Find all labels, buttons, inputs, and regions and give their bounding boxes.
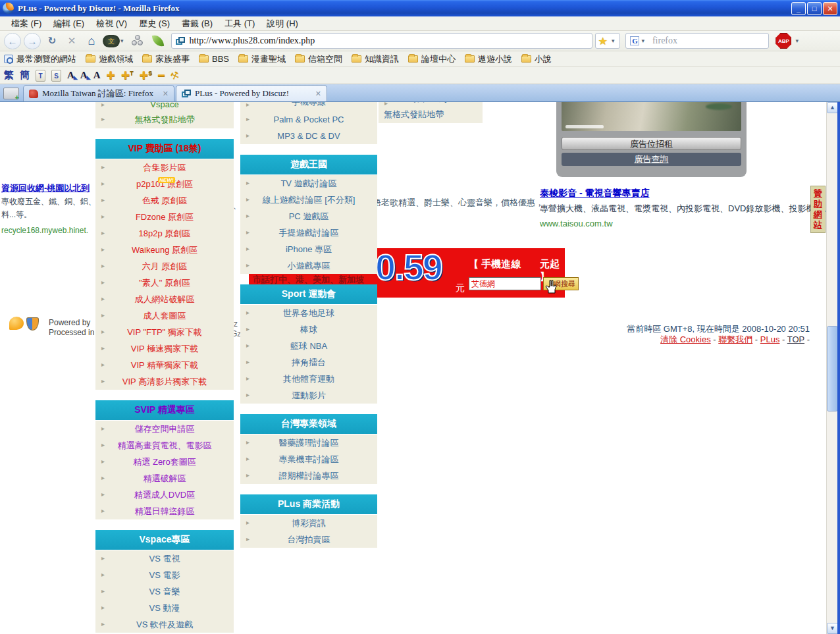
forum-link[interactable]: ▸TV 遊戲討論區	[240, 175, 377, 192]
bookmark-dropdown-caret[interactable]: ▾	[612, 38, 615, 44]
leaf-extension-icon[interactable]	[151, 34, 163, 47]
section-header[interactable]: VIP 費助區 (18禁)	[95, 139, 234, 159]
forum-link[interactable]: ▸VS 電影	[95, 567, 234, 583]
forum-link[interactable]: ▸無格式發貼地帶	[95, 111, 234, 128]
forum-link[interactable]: ▸精選高畫質電視、電影區	[95, 437, 234, 454]
forum-link[interactable]: 無格式發貼地帶	[379, 106, 483, 123]
forum-link[interactable]: ▸精選成人DVD區	[95, 487, 234, 503]
reload-button[interactable]: ↻	[43, 33, 61, 49]
add-trad-rule-button[interactable]: ✚T	[121, 69, 134, 82]
simplified-chinese-button[interactable]: 簡	[20, 69, 30, 82]
forum-link[interactable]: ▸棒球	[240, 321, 377, 338]
forum-link[interactable]: ▸手機專線	[240, 102, 377, 111]
bookmark-star-icon[interactable]: ★	[598, 35, 608, 47]
forum-link[interactable]: ▸成人套圖區	[95, 307, 234, 324]
forum-link[interactable]: ▸世界各地足球	[240, 305, 377, 321]
section-header[interactable]: Sport 運動會	[240, 284, 377, 304]
bookmark-item[interactable]: 漫畫聖域	[238, 53, 286, 65]
forum-link[interactable]: ▸Palm & Pocket PC	[240, 111, 377, 128]
taisou-ad-link[interactable]: 泰梭影音 - 電視音響專賣店	[540, 188, 837, 199]
forum-link[interactable]: ▸VS 音樂	[95, 583, 234, 600]
section-header[interactable]: Vspace專區	[95, 530, 234, 550]
font-decrease-button[interactable]: A◣	[67, 70, 74, 81]
section-header[interactable]: 遊戲王國	[240, 155, 377, 174]
maximize-button[interactable]: □	[807, 2, 822, 15]
banner-search-input[interactable]	[469, 277, 541, 290]
taisou-ad-url[interactable]: www.taisou.com.tw	[540, 219, 837, 228]
search-engine-caret[interactable]: ▾	[641, 38, 644, 44]
url-input[interactable]: http://www.plus28.com/index.php	[190, 36, 315, 46]
close-button[interactable]: ✕	[823, 2, 837, 15]
remove-rule-button[interactable]: ━	[158, 69, 165, 82]
forum-link[interactable]: ▸成人網站破解區	[95, 291, 234, 307]
forum-link[interactable]: ▸其他體育運動	[240, 371, 377, 387]
bookmark-item[interactable]: BBS	[199, 54, 229, 64]
recycle-ad-url[interactable]: recycle168.myweb.hinet.	[1, 226, 95, 235]
abp-dropdown-caret[interactable]: ▾	[795, 38, 799, 44]
menu-item[interactable]: 工具 (T)	[219, 16, 261, 31]
tab-list-button[interactable]	[3, 88, 19, 99]
scrollbar-thumb[interactable]	[827, 326, 838, 411]
url-bar[interactable]: http://www.plus28.com/index.php	[171, 33, 592, 49]
recycle-ad-link[interactable]: 資源回收網-桃園以北到	[1, 182, 95, 194]
top-link[interactable]: TOP	[787, 334, 804, 344]
adblock-plus-icon[interactable]: ABP	[775, 33, 791, 49]
forum-link[interactable]: ▸p2p101 原創區NEW!	[95, 176, 234, 192]
forum-link[interactable]: ▸合集影片區	[95, 159, 234, 176]
forum-link[interactable]: ▸線上遊戲討論區 [不分類]	[240, 192, 377, 208]
bookmark-item[interactable]: 家族盛事	[142, 53, 190, 65]
forum-link[interactable]: ▸台灣拍賣區	[240, 531, 377, 548]
menu-item[interactable]: 檔案 (F)	[5, 16, 47, 31]
forum-link[interactable]: ▸VIP "FTP" 獨家下載	[95, 324, 234, 340]
tab-mozilla-taiwan[interactable]: Mozilla Taiwan 討論區: Firefox ✕	[23, 85, 174, 101]
bookmark-item[interactable]: 小說	[521, 53, 552, 65]
add-rule-button[interactable]: ✚	[107, 69, 115, 82]
section-header[interactable]: SVIP 精選專區	[95, 400, 234, 420]
forward-button[interactable]: →	[24, 33, 41, 49]
forum-link[interactable]: ▸VS 電視	[95, 550, 234, 567]
sponsor-site-tab[interactable]: 贊助網站	[810, 186, 826, 233]
tab-close-icon[interactable]: ✕	[163, 90, 169, 98]
menu-item[interactable]: 歷史 (S)	[133, 16, 176, 31]
forum-link[interactable]: ▸MP3 & DC & DV	[240, 128, 377, 144]
tongwentang-icon[interactable]: 文	[103, 35, 120, 47]
bookmark-item[interactable]: 論壇中心	[408, 53, 456, 65]
forum-link[interactable]: ▸精選 Zero套圖區	[95, 454, 234, 470]
bookmark-item[interactable]: 信箱空間	[295, 53, 342, 65]
forum-link[interactable]: ▸Waikeung 原創區	[95, 242, 234, 258]
bookmark-item[interactable]: 遊戲領域	[86, 53, 133, 65]
forum-link[interactable]: ▸精選日韓盜錄區	[95, 503, 234, 519]
forum-link[interactable]: ▸VIP 高清影片獨家下載	[95, 373, 234, 390]
forum-link[interactable]: ▸醫藥護理討論區	[240, 435, 377, 451]
forum-link[interactable]: ▸運動影片	[240, 387, 377, 404]
forum-link[interactable]: ▸色戒 原創區	[95, 192, 234, 209]
tongwen-settings-icon[interactable]: ⚒	[169, 68, 181, 83]
menu-item[interactable]: 檢視 (V)	[90, 16, 133, 31]
forum-link[interactable]: ▸Vspace	[95, 102, 234, 111]
minimize-button[interactable]: _	[791, 2, 806, 15]
tab-close-icon[interactable]: ✕	[315, 90, 321, 98]
menu-item[interactable]: 說明 (H)	[261, 16, 304, 31]
ad-query-button[interactable]: 廣告查詢	[562, 153, 741, 166]
stop-button[interactable]: ✕	[63, 33, 80, 49]
forum-link[interactable]: ▸"素人" 原創區	[95, 275, 234, 291]
ad-photo[interactable]	[562, 102, 741, 131]
add-simp-rule-button[interactable]: ✚S	[140, 69, 152, 82]
menu-item[interactable]: 書籤 (B)	[176, 16, 219, 31]
ad-rent-button[interactable]: 廣告位招租	[562, 137, 741, 150]
forum-link[interactable]: ▸VS 軟件及遊戲	[95, 616, 234, 633]
scroll-down-button[interactable]: ▼	[827, 623, 838, 634]
forum-link[interactable]: ▸VIP 精華獨家下載	[95, 357, 234, 373]
section-header[interactable]: PLus 商業活動	[240, 494, 377, 514]
footer-link[interactable]: 清除 Cookies	[660, 334, 711, 344]
forum-link[interactable]: ▸摔角擂台	[240, 354, 377, 371]
search-input[interactable]: firefox	[652, 36, 764, 46]
forum-link[interactable]: ▸博彩資訊	[240, 515, 377, 531]
trad-tab-button[interactable]: T	[36, 70, 45, 82]
forum-link[interactable]: ▸VS 動漫	[95, 600, 234, 616]
menu-item[interactable]: 編輯 (E)	[47, 16, 90, 31]
forum-link[interactable]: ▸手提遊戲討論區	[240, 225, 377, 241]
forum-link[interactable]: ▸PC 遊戲區	[240, 208, 377, 225]
bookmark-item[interactable]: 遨遊小說	[465, 53, 512, 65]
forum-link[interactable]: ▸儲存空間申請區	[95, 421, 234, 437]
